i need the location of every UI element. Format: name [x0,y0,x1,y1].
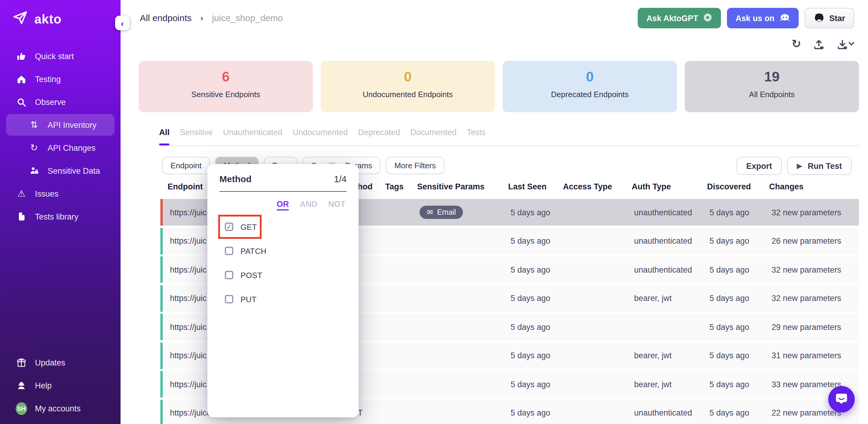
stat-card[interactable]: 6 Sensitive Endpoints [138,61,313,112]
cell-changes: 29 new parameters [764,322,859,331]
cell-last-seen: 5 days ago [503,294,558,303]
col-last-seen[interactable]: Last Seen [501,182,556,191]
sidebar-nav: Quick start Testing Observe ⇅ API Invent… [0,45,121,228]
method-option[interactable]: POST [225,263,262,287]
cell-sensitive-params: ✉ Email [412,206,503,219]
operator-toggle[interactable]: AND [300,200,318,211]
akto-logo[interactable]: akto [0,0,121,28]
sidebar-collapse-button[interactable]: ‹ [115,16,130,30]
method-option[interactable]: PATCH [225,239,267,263]
breadcrumb: All endpoints › juice_shop_demo [140,13,283,23]
stat-card[interactable]: 0 Deprecated Endpoints [503,61,677,112]
tab[interactable]: Undocumented [293,128,348,143]
search-icon [16,97,27,107]
swap-vertical-icon: ⇅ [28,119,40,130]
sidebar-item-api-inventory[interactable]: ⇅ API Inventory [6,114,115,136]
stat-card-value: 19 [685,69,859,85]
operator-toggle[interactable]: OR [277,200,289,211]
col-tags[interactable]: Tags [378,182,410,191]
sidebar-item-api-changes[interactable]: ↻ API Changes [0,137,121,159]
method-option[interactable]: ✓ GET [225,215,257,239]
dropdown-count: 1/4 [334,174,347,184]
method-option-label: GET [241,222,257,231]
sidebar-item-testing[interactable]: Testing [0,68,121,90]
sidebar-item-label: API Inventory [48,120,96,129]
sidebar-item-label: My accounts [35,404,81,413]
tab[interactable]: Documented [410,128,456,143]
checkbox[interactable] [225,271,233,279]
stat-card[interactable]: 19 All Endpoints [685,61,859,112]
cell-last-seen: 5 days ago [503,408,558,417]
cell-auth-type: unauthenticated [627,208,702,217]
sidebar-item-quick-start[interactable]: Quick start [0,45,121,67]
sidebar-item-observe[interactable]: Observe [0,91,121,113]
spy-icon [16,380,27,391]
tab[interactable]: Tests [467,128,486,143]
sidebar-item-label: Testing [35,74,61,84]
col-access-type[interactable]: Access Type [556,182,624,191]
cell-discovered: 5 days ago [702,380,764,389]
ask-aktogpt-button[interactable]: Ask AktoGPT [638,8,721,28]
sidebar-item-sensitive-data[interactable]: Sensitive Data [0,160,121,182]
sidebar-item-label: Tests library [35,212,79,221]
topbar-buttons: Ask AktoGPT Ask us on Star [638,8,854,28]
tabs-divider [159,145,859,146]
checkbox[interactable]: ✓ [225,222,233,231]
stat-card[interactable]: 0 Undocumented Endpoints [321,61,495,112]
logo-text: akto [34,12,61,26]
chat-fab-button[interactable] [828,386,855,413]
operator-toggle[interactable]: NOT [328,200,345,211]
breadcrumb-all-endpoints[interactable]: All endpoints [140,13,192,23]
method-option[interactable]: PUT [225,287,256,311]
sidebar-item-issues[interactable]: ⚠ Issues [0,183,121,205]
ask-us-on-discord-button[interactable]: Ask us on [727,8,798,28]
book-icon [16,212,27,221]
cell-changes: 32 new parameters [764,265,859,274]
col-auth-type[interactable]: Auth Type [624,182,700,191]
stat-card-value: 0 [321,69,495,85]
upload-icon[interactable] [813,38,825,50]
cell-discovered: 5 days ago [702,408,764,417]
refresh-icon[interactable]: ↻ [792,37,801,50]
sidebar-item-tests-library[interactable]: Tests library [0,206,121,228]
tab[interactable]: Sensitive [180,128,213,143]
filter-chip[interactable]: Endpoint [162,157,210,174]
download-icon[interactable] [837,38,854,50]
checkbox[interactable] [225,295,233,303]
sidebar-item-my-accounts[interactable]: SH My accounts [0,397,121,419]
envelope-icon: ✉ [427,208,433,216]
openai-icon [703,12,712,24]
export-button[interactable]: Export [737,157,782,175]
tab[interactable]: Unauthenticated [223,128,282,143]
cell-auth-type: bearer, jwt [627,294,702,303]
tab[interactable]: Deprecated [358,128,400,143]
sidebar-item-help[interactable]: Help [0,374,121,396]
github-star-button[interactable]: Star [804,8,854,28]
dropdown-title: Method [219,174,252,184]
stat-card-value: 0 [503,69,677,85]
cell-changes: 26 new parameters [764,236,859,245]
stat-card-label: Undocumented Endpoints [321,90,495,99]
cell-changes: 32 new parameters [764,208,859,217]
run-test-button[interactable]: ▶ Run Test [787,157,852,175]
dropdown-divider [219,191,347,192]
sidebar-item-updates[interactable]: Updates [0,352,121,373]
cell-changes: 31 new parameters [764,351,859,360]
thumbs-up-icon [16,51,27,61]
col-changes[interactable]: Changes [762,182,859,191]
warning-icon: ⚠ [16,188,27,199]
filter-chip[interactable]: More Filters [386,157,444,174]
col-discovered[interactable]: Discovered [700,182,762,191]
dropdown-header: Method 1/4 [219,174,347,184]
chevron-down-icon [848,39,855,45]
method-filter-dropdown: Method 1/4 OR AND NOT ✓ GET [207,164,359,417]
checkbox[interactable] [225,247,233,255]
discord-icon [779,13,790,23]
sidebar-item-label: Issues [35,189,59,198]
tab[interactable]: All [159,128,170,143]
col-sensitive-params[interactable]: Sensitive Params [410,182,501,191]
cell-auth-type: unauthenticated [627,236,702,245]
app-root: akto Quick start Testing Observe [0,0,868,424]
cell-last-seen: 5 days ago [503,380,558,389]
cell-discovered: 5 days ago [702,351,764,360]
